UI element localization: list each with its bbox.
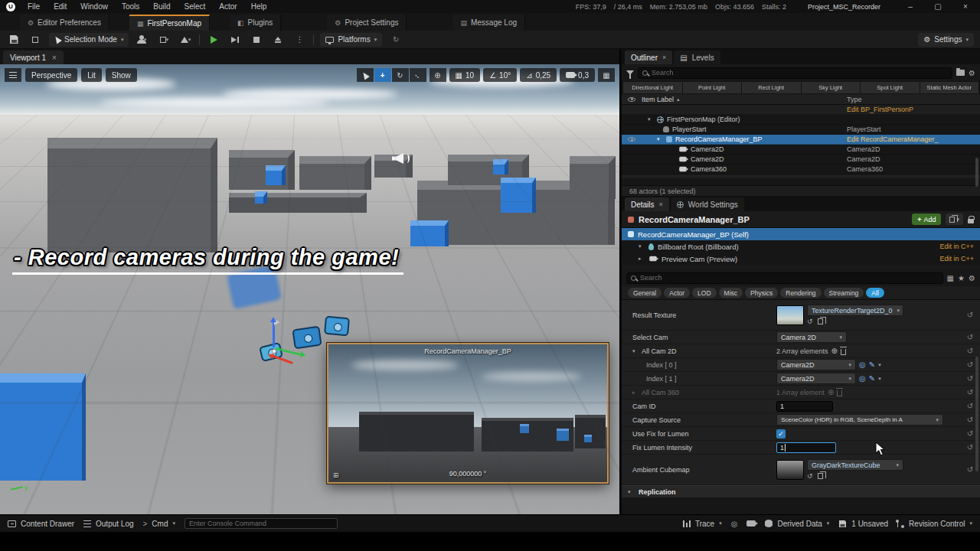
tab-levels[interactable]: ▤ Levels [674,51,720,64]
edit-in-cpp-link[interactable]: Edit in C++ [939,243,974,250]
tab-message-log[interactable]: ▤ Message Log [452,15,525,31]
editor-modes-button[interactable] [28,33,43,47]
blue-cube-actor[interactable] [410,220,449,246]
close-icon[interactable]: × [52,54,57,62]
blue-cube-actor[interactable] [501,178,536,213]
browse-to-asset-icon[interactable]: ↺ [807,472,813,480]
tab-project-settings[interactable]: ⚙ Project Settings [327,15,407,31]
expander-icon[interactable]: ▾ [639,243,645,249]
viewport-tab[interactable]: Viewport 1 × [3,51,64,64]
visibility-eye-icon[interactable] [628,97,635,102]
use-fix-for-lumen-checkbox[interactable]: ✓ [776,429,786,439]
level-block[interactable] [299,156,371,190]
texture-thumbnail[interactable] [776,305,804,325]
tab-outliner[interactable]: Outliner × [625,51,672,64]
platforms-dropdown[interactable]: Platforms ▾ [320,33,382,47]
menu-tools[interactable]: Tools [120,2,141,11]
browse-to-asset-icon[interactable]: ↺ [807,318,813,325]
outliner-search-box[interactable] [638,67,952,79]
blue-cube-actor[interactable] [493,159,508,174]
capture-source-dropdown[interactable]: SceneColor (HDR) in RGB, SceneDepth in A… [776,414,943,425]
outliner-row-playerstart[interactable]: PlayerStart PlayerStart [622,125,980,135]
result-texture-dropdown[interactable]: TextureRenderTarget2D_0 ▾ [807,305,903,316]
cubemap-thumbnail[interactable] [776,460,804,480]
category-all[interactable]: All [866,288,884,298]
filter-spot-light[interactable]: Spot Light [861,82,920,93]
details-settings-icon[interactable]: ⚙ [969,274,975,282]
rotation-snap-control[interactable]: ∠ 10° [483,68,517,82]
filter-directional-light[interactable]: Directional Light [623,82,682,93]
minimize-button[interactable]: – [902,2,919,11]
camera-speed-control[interactable]: 0,3 [560,68,595,82]
column-options-icon[interactable]: ▦ [947,274,954,282]
selection-mode-dropdown[interactable]: Selection Mode ▾ [49,33,129,47]
copy-icon[interactable] [818,473,823,479]
trace-dropdown[interactable]: Trace ▾ [683,520,722,528]
details-view-options-button[interactable]: ▾ [946,214,963,225]
element-options-icon[interactable]: ▾ [878,362,881,368]
outliner-row-partial[interactable] [622,174,980,179]
details-search-box[interactable] [626,272,943,284]
rotate-tool-button[interactable]: ↻ [392,68,409,82]
element-options-icon[interactable]: ▾ [878,376,881,382]
gizmo-x-axis[interactable] [273,355,293,364]
reset-to-default-icon[interactable]: ↺ [960,347,980,355]
use-selected-asset-icon[interactable]: ◎ [859,360,866,369]
index1-dropdown[interactable]: Camera2D ▾ [776,373,856,384]
menu-window[interactable]: Window [79,2,109,11]
blueprints-button[interactable]: ▾ [156,33,172,47]
section-replication[interactable]: ▾ Replication [622,485,980,497]
ambient-cubemap-dropdown[interactable]: GrayDarkTextureCube ▾ [807,459,903,471]
close-icon[interactable]: × [662,54,666,61]
details-search-input[interactable] [640,274,939,282]
use-selected-asset-icon[interactable]: ◎ [859,374,866,383]
tab-firstpersonmap[interactable]: ▦ FirstPersonMap [129,15,210,31]
grid-snap-control[interactable]: ▦ 10 [449,68,481,82]
outliner-row-world[interactable]: ▾ FirstPersonMap (Editor) [622,115,980,125]
viewport-layout-button[interactable]: ▦ [598,68,615,82]
component-row-billboard[interactable]: ▾ Billboard Root (Billboard) Edit in C++ [622,240,980,253]
outliner-row-camera2d[interactable]: Camera2D Camera2D [622,145,980,155]
category-lod[interactable]: LOD [692,288,716,298]
clear-array-icon[interactable] [837,390,842,396]
menu-help[interactable]: Help [250,2,269,11]
menu-actor[interactable]: Actor [217,2,238,11]
visibility-eye-icon[interactable] [628,137,635,142]
content-drawer-button[interactable]: Content Drawer [8,520,74,528]
expander-icon[interactable]: ▾ [657,136,663,142]
refresh-button[interactable]: ↻ [388,33,403,47]
viewport-3d-scene[interactable]: - Record cameras during the game! y Pers… [0,64,619,514]
expander-icon[interactable]: ▾ [648,116,654,122]
screenshot-target-icon[interactable]: ◎ [731,520,738,528]
filter-funnel-icon[interactable] [626,70,634,75]
console-command-input[interactable] [189,520,333,527]
component-row-preview-cam[interactable]: ▸ Preview Cam (Preview) Edit in C++ [622,253,980,265]
transform-space-button[interactable]: ⊕ [430,68,446,82]
blue-cube-actor[interactable] [255,191,267,204]
move-tool-button[interactable]: + [374,68,391,82]
column-item-label[interactable]: Item Label ▴ [642,96,844,103]
save-all-button[interactable] [6,33,21,47]
play-options-button[interactable]: ⋮ [292,33,307,47]
revision-control-dropdown[interactable]: Revision Control ▾ [897,520,972,528]
scale-tool-button[interactable]: ↔ [410,68,426,82]
add-actor-button[interactable]: ▾ [135,33,150,47]
outliner-row-partial[interactable]: Edit BP_FirstPersonP [622,105,980,115]
unsaved-changes-button[interactable]: 1 Unsaved [838,520,888,528]
expander-icon[interactable]: ▸ [632,390,639,396]
filter-point-light[interactable]: Point Light [683,82,742,93]
screenshot-camera-icon[interactable] [746,520,756,527]
category-actor[interactable]: Actor [664,288,690,298]
close-button[interactable]: × [957,2,974,11]
cinematics-button[interactable]: ▾ [178,33,193,47]
expander-icon[interactable]: ▾ [632,348,639,354]
index0-dropdown[interactable]: Camera2D ▾ [776,359,856,370]
component-row-self[interactable]: RecordCameraManager_BP (Self) [622,228,980,240]
lit-dropdown[interactable]: Lit [81,68,102,82]
level-block[interactable] [229,193,367,213]
category-physics[interactable]: Physics [745,288,778,298]
translate-gizmo[interactable] [251,320,335,381]
derived-data-dropdown[interactable]: Derived Data ▾ [765,520,829,528]
stop-button[interactable] [249,33,264,47]
filter-rect-light[interactable]: Rect Light [742,82,801,93]
